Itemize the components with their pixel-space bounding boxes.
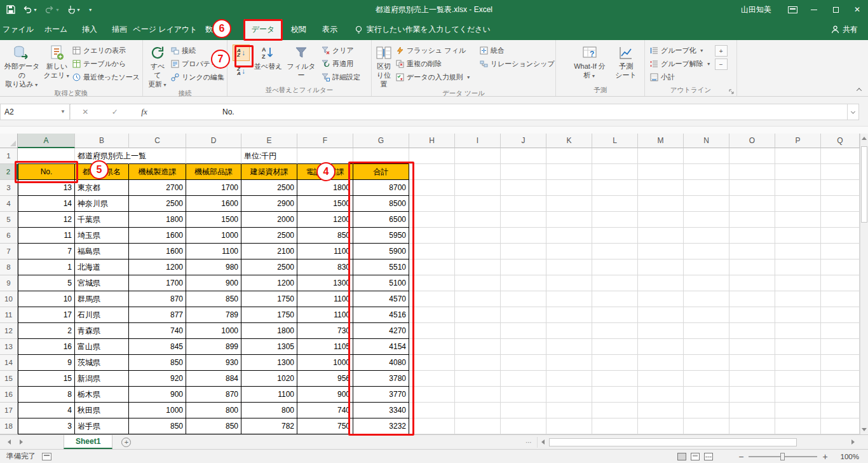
new-query-button[interactable]: 新しい クエリ▼ (43, 42, 71, 80)
row-header-6[interactable]: 6 (0, 228, 18, 244)
name-box-dropdown-icon[interactable]: ▼ (60, 109, 65, 114)
cell-K17[interactable] (546, 403, 592, 418)
cell-F18[interactable]: 750 (297, 418, 353, 434)
cell-E2[interactable]: 建築資材課 (241, 164, 297, 180)
show-detail-button[interactable]: + (715, 45, 728, 57)
cell-C17[interactable]: 1000 (129, 403, 186, 418)
cell-K7[interactable] (546, 244, 592, 259)
page-break-view-button[interactable] (704, 453, 713, 460)
cell-Q10[interactable] (821, 291, 860, 307)
cell-Q14[interactable] (821, 355, 860, 371)
cell-Q7[interactable] (821, 244, 860, 259)
row-header-9[interactable]: 9 (0, 275, 18, 291)
normal-view-button[interactable] (677, 453, 686, 460)
cell-J6[interactable] (501, 228, 546, 244)
cell-H4[interactable] (409, 196, 455, 212)
cell-K9[interactable] (546, 275, 592, 291)
horizontal-scroll-thumb[interactable] (549, 438, 797, 446)
save-button[interactable] (6, 5, 15, 14)
cell-M13[interactable] (638, 339, 684, 355)
cell-J5[interactable] (501, 212, 546, 228)
cell-K18[interactable] (546, 418, 592, 434)
cell-B8[interactable]: 北海道 (75, 259, 129, 275)
cell-L11[interactable] (592, 307, 638, 323)
cell-K12[interactable] (546, 323, 592, 339)
zoom-out-button[interactable]: − (738, 452, 743, 462)
redo-button[interactable]: ▼ (45, 6, 60, 13)
cell-K5[interactable] (546, 212, 592, 228)
cell-P9[interactable] (775, 275, 821, 291)
cell-D7[interactable]: 1100 (186, 244, 241, 259)
cell-F14[interactable]: 1000 (297, 355, 353, 371)
cell-C5[interactable]: 1800 (129, 212, 186, 228)
cell-D6[interactable]: 1000 (186, 228, 241, 244)
cell-N10[interactable] (684, 291, 729, 307)
cell-B10[interactable]: 群馬県 (75, 291, 129, 307)
cell-N6[interactable] (684, 228, 729, 244)
cell-Q6[interactable] (821, 228, 860, 244)
cell-O4[interactable] (729, 196, 775, 212)
cell-B15[interactable]: 新潟県 (75, 371, 129, 387)
cell-K1[interactable] (546, 148, 592, 164)
cell-E13[interactable]: 1305 (241, 339, 297, 355)
cell-J12[interactable] (501, 323, 546, 339)
cell-D17[interactable]: 800 (186, 403, 241, 418)
cell-N13[interactable] (684, 339, 729, 355)
cell-E8[interactable]: 2500 (241, 259, 297, 275)
cell-N18[interactable] (684, 418, 729, 434)
hide-detail-button[interactable]: − (715, 59, 728, 70)
cell-I6[interactable] (455, 228, 501, 244)
cell-E7[interactable]: 2100 (241, 244, 297, 259)
cell-D15[interactable]: 884 (186, 371, 241, 387)
row-header-7[interactable]: 7 (0, 244, 18, 259)
column-header-P[interactable]: P (775, 134, 821, 148)
relationships-button[interactable]: リレーションシップ (478, 57, 556, 71)
cell-P6[interactable] (775, 228, 821, 244)
cell-L17[interactable] (592, 403, 638, 418)
cell-B9[interactable]: 宮城県 (75, 275, 129, 291)
cell-D2[interactable]: 機械部品課 (186, 164, 241, 180)
vertical-scroll-thumb[interactable] (861, 146, 867, 223)
cell-E16[interactable]: 1100 (241, 387, 297, 403)
cell-P18[interactable] (775, 418, 821, 434)
cell-K15[interactable] (546, 371, 592, 387)
minimize-button[interactable] (803, 0, 825, 19)
cell-C10[interactable]: 870 (129, 291, 186, 307)
column-header-L[interactable]: L (592, 134, 638, 148)
cell-Q3[interactable] (821, 180, 860, 196)
cell-L3[interactable] (592, 180, 638, 196)
cell-C13[interactable]: 845 (129, 339, 186, 355)
cell-P8[interactable] (775, 259, 821, 275)
cell-B13[interactable]: 富山県 (75, 339, 129, 355)
cell-I8[interactable] (455, 259, 501, 275)
cell-K3[interactable] (546, 180, 592, 196)
tab-splitter[interactable]: ⋯ (526, 439, 533, 446)
row-header-5[interactable]: 5 (0, 212, 18, 228)
cell-J4[interactable] (501, 196, 546, 212)
cell-F11[interactable]: 1100 (297, 307, 353, 323)
row-header-18[interactable]: 18 (0, 418, 18, 434)
cell-A6[interactable]: 11 (18, 228, 75, 244)
cell-Q18[interactable] (821, 418, 860, 434)
cell-D11[interactable]: 789 (186, 307, 241, 323)
show-queries-button[interactable]: クエリの表示 (71, 44, 141, 57)
cell-P16[interactable] (775, 387, 821, 403)
cell-P3[interactable] (775, 180, 821, 196)
cell-P5[interactable] (775, 212, 821, 228)
cell-F3[interactable]: 1800 (297, 180, 353, 196)
cell-E14[interactable]: 1300 (241, 355, 297, 371)
cell-A17[interactable]: 4 (18, 403, 75, 418)
cell-L15[interactable] (592, 371, 638, 387)
cell-L16[interactable] (592, 387, 638, 403)
cell-H14[interactable] (409, 355, 455, 371)
cell-K16[interactable] (546, 387, 592, 403)
cell-F17[interactable]: 740 (297, 403, 353, 418)
cell-C12[interactable]: 740 (129, 323, 186, 339)
cell-I10[interactable] (455, 291, 501, 307)
cell-O1[interactable] (729, 148, 775, 164)
cell-D10[interactable]: 850 (186, 291, 241, 307)
zoom-slider[interactable] (749, 456, 817, 457)
cell-M4[interactable] (638, 196, 684, 212)
cell-H17[interactable] (409, 403, 455, 418)
cell-F13[interactable]: 1105 (297, 339, 353, 355)
